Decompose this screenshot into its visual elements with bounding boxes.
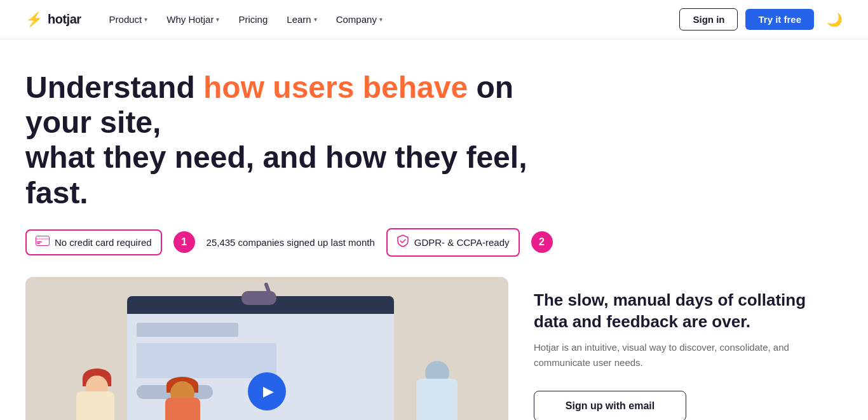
person-right-body xyxy=(416,379,458,420)
hero-headline-plain: Understand xyxy=(25,71,203,104)
hero-headline-highlight: how users behave xyxy=(203,71,468,104)
svg-rect-0 xyxy=(36,236,50,245)
nav-learn[interactable]: Learn ▾ xyxy=(279,9,324,30)
right-headline: The slow, manual days of collating data … xyxy=(534,290,843,333)
nav-right: Sign in Try it free 🌙 xyxy=(679,8,843,30)
nav-pricing[interactable]: Pricing xyxy=(231,9,275,30)
chevron-down-icon: ▾ xyxy=(314,16,317,23)
hero-section: Understand how users behave on your site… xyxy=(0,39,868,257)
nav-company[interactable]: Company ▾ xyxy=(329,9,390,30)
signup-email-button[interactable]: Sign up with email xyxy=(534,391,686,420)
logo-text: hotjar xyxy=(48,12,81,27)
person-left-body xyxy=(76,391,114,420)
monitor-element-1 xyxy=(137,323,238,337)
gdpr-label: GDPR- & CCPA-ready xyxy=(414,237,510,248)
hero-headline: Understand how users behave on your site… xyxy=(25,70,546,210)
play-button[interactable]: ▶ xyxy=(248,372,286,410)
svg-rect-1 xyxy=(36,238,50,240)
badges-row: No credit card required 1 25,435 compani… xyxy=(25,228,843,257)
try-it-free-button[interactable]: Try it free xyxy=(745,9,814,30)
video-placeholder: ▶ xyxy=(25,277,508,420)
credit-card-icon xyxy=(36,236,50,249)
badge-no-credit-card: No credit card required xyxy=(25,229,162,255)
chevron-down-icon: ▾ xyxy=(379,16,383,23)
play-icon: ▶ xyxy=(263,383,274,400)
chevron-down-icon: ▾ xyxy=(144,16,147,23)
companies-signed-up-text: 25,435 companies signed up last month xyxy=(207,237,375,248)
main-content: ▶ The slow, manual days of collating dat… xyxy=(0,277,868,420)
sign-in-button[interactable]: Sign in xyxy=(679,8,738,30)
monitor-element-2 xyxy=(137,343,276,378)
dark-mode-toggle[interactable]: 🌙 xyxy=(827,12,843,27)
badge-number-1: 1 xyxy=(173,231,195,253)
navbar: ⚡ hotjar Product ▾ Why Hotjar ▾ Pricing … xyxy=(0,0,868,39)
no-credit-card-label: No credit card required xyxy=(55,237,152,248)
nav-product[interactable]: Product ▾ xyxy=(102,9,156,30)
badge-number-2: 2 xyxy=(531,231,553,253)
badge-gdpr: GDPR- & CCPA-ready xyxy=(386,228,520,257)
logo-icon: ⚡ xyxy=(25,11,43,28)
nav-left: ⚡ hotjar Product ▾ Why Hotjar ▾ Pricing … xyxy=(25,9,390,30)
svg-rect-3 xyxy=(37,243,40,244)
person-mid-body xyxy=(165,398,200,420)
svg-rect-2 xyxy=(37,241,42,243)
nav-links: Product ▾ Why Hotjar ▾ Pricing Learn ▾ C… xyxy=(102,9,390,30)
shield-icon xyxy=(397,234,409,250)
logo[interactable]: ⚡ hotjar xyxy=(25,11,81,28)
right-content: The slow, manual days of collating data … xyxy=(534,277,843,420)
right-subtext: Hotjar is an intuitive, visual way to di… xyxy=(534,340,843,370)
nav-why-hotjar[interactable]: Why Hotjar ▾ xyxy=(159,9,227,30)
chevron-down-icon: ▾ xyxy=(216,16,219,23)
video-area[interactable]: ▶ xyxy=(25,277,508,420)
